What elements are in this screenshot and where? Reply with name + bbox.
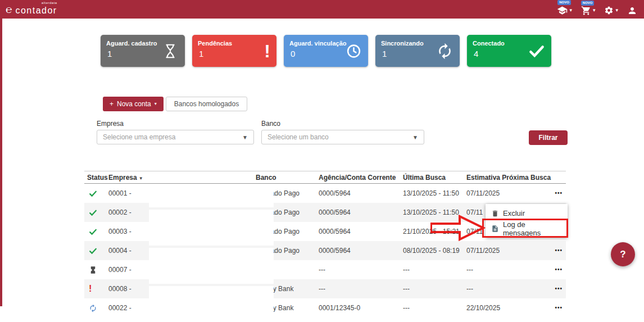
- redacted-area: [149, 191, 274, 207]
- app-header: ℮ alterdata contador NOVO▾NOVO▾▾: [0, 0, 644, 19]
- cell-agencia-conta: ---: [319, 266, 403, 274]
- column-header-banco[interactable]: Banco: [256, 174, 319, 182]
- column-header-empresa[interactable]: Empresa▼: [108, 174, 256, 182]
- chevron-down-icon: ▾: [615, 8, 618, 13]
- row-menu-button[interactable]: •••: [549, 248, 566, 253]
- cell-agencia-conta: 0000/5964: [319, 189, 403, 197]
- table-row[interactable]: 00001 -Mercado Pago0000/596413/10/2025 -…: [84, 184, 566, 203]
- empresa-placeholder: Selecione uma empresa: [103, 133, 175, 141]
- sync-icon: [436, 42, 453, 60]
- status-connected-icon: [84, 189, 108, 198]
- cell-estimativa-proxima-busca: 22/10/2025: [466, 304, 549, 312]
- redacted-area: [149, 267, 274, 284]
- status-connected-icon: [84, 208, 108, 217]
- exclamation-icon: !: [264, 43, 270, 59]
- cell-ultima-busca: 08/10/2025 - 08:19: [403, 247, 466, 255]
- cell-ultima-busca: 13/10/2025 - 11:50: [403, 208, 466, 216]
- settings-menu[interactable]: ▾: [604, 3, 618, 15]
- cart-icon: [581, 6, 591, 16]
- column-header-estimativa-pr-xima-busca[interactable]: Estimativa Próxima Busca: [466, 174, 549, 182]
- column-header--ltima-busca[interactable]: Última Busca: [403, 174, 466, 182]
- sort-desc-icon: ▼: [139, 176, 143, 181]
- status-cards: Aguard. cadastro1Pendências1!Aguard. vin…: [101, 35, 551, 67]
- cell-ultima-busca: 21/10/2025 - 15:21: [403, 228, 466, 235]
- row-menu-button[interactable]: •••: [549, 267, 566, 273]
- cell-ultima-busca: ---: [403, 304, 466, 312]
- redacted-area: [149, 286, 274, 303]
- ellipsis-icon: •••: [555, 305, 563, 311]
- chevron-down-icon: ▾: [593, 8, 596, 13]
- plus-icon: +: [110, 100, 114, 108]
- empresa-select[interactable]: Selecione uma empresa ▼: [97, 130, 254, 144]
- header-icons: NOVO▾NOVO▾▾: [557, 3, 637, 16]
- app-logo[interactable]: ℮ alterdata contador: [6, 3, 57, 16]
- cell-agencia-conta: 0001/12345-0: [319, 304, 403, 312]
- empresa-label: Empresa: [97, 120, 254, 128]
- cell-ultima-busca: 13/10/2025 - 11:50: [403, 189, 466, 197]
- logo-superscript: alterdata: [42, 1, 57, 4]
- user-icon: [627, 6, 637, 16]
- column-header-status[interactable]: Status: [84, 174, 108, 182]
- chevron-down-icon: ▾: [569, 8, 572, 13]
- ellipsis-icon: •••: [555, 248, 563, 253]
- cell-ultima-busca: ---: [403, 266, 466, 274]
- row-menu-button[interactable]: •••: [549, 286, 566, 292]
- select-caret-icon: ▼: [412, 134, 418, 140]
- redacted-area: [149, 229, 274, 246]
- cell-estimativa-proxima-busca: ---: [466, 285, 549, 293]
- filter-button[interactable]: Filtrar: [529, 130, 568, 145]
- check-icon: [528, 43, 545, 60]
- document-icon: [491, 225, 499, 233]
- status-card-check[interactable]: Conectado4: [467, 35, 551, 67]
- row-menu-button[interactable]: •••: [549, 191, 566, 196]
- row-context-menu: ExcluirLog de mensagens: [486, 204, 568, 238]
- novo-badge: NOVO: [557, 0, 571, 5]
- status-card-sync[interactable]: Sincronizando1: [375, 35, 460, 67]
- status-card-hourglass[interactable]: Aguard. cadastro1: [101, 35, 185, 67]
- trash-icon: [491, 210, 499, 217]
- brand-icon: ℮: [6, 4, 12, 15]
- row-menu-button[interactable]: •••: [549, 305, 566, 311]
- chevron-down-icon: ▾: [155, 102, 157, 106]
- cell-empresa: 00007 -: [108, 266, 256, 274]
- gear-icon: [604, 6, 614, 15]
- cell-empresa: 00022 -: [108, 304, 256, 312]
- status-card-clock[interactable]: Aguard. vinculação0: [284, 35, 368, 67]
- academy-icon: [557, 5, 568, 16]
- banco-label: Banco: [261, 120, 424, 128]
- menu-item-excluir[interactable]: Excluir: [486, 206, 568, 221]
- cell-empresa: 00004 -: [108, 247, 256, 255]
- accounts-table: StatusEmpresa▼BancoAgência/Conta Corrent…: [84, 171, 566, 318]
- user-menu[interactable]: [627, 3, 637, 16]
- ellipsis-icon: •••: [555, 191, 563, 196]
- status-syncing-icon: [84, 304, 108, 312]
- novo-badge: NOVO: [581, 1, 595, 6]
- new-account-button[interactable]: + Nova conta ▾: [103, 97, 164, 111]
- cell-agencia-conta: 0000/5964: [319, 247, 403, 255]
- menu-item-log-de-mensagens[interactable]: Log de mensagens: [486, 221, 568, 236]
- status-pending-icon: !: [84, 285, 108, 293]
- academy-menu[interactable]: NOVO▾: [557, 3, 572, 16]
- card-value: 1: [199, 49, 271, 58]
- ellipsis-icon: •••: [555, 286, 563, 292]
- cell-empresa: 00002 -: [108, 208, 256, 216]
- cell-ultima-busca: ---: [403, 285, 466, 293]
- approved-banks-button[interactable]: Bancos homologados: [166, 97, 247, 111]
- cell-empresa: 00003 -: [108, 228, 256, 235]
- help-button[interactable]: ?: [611, 242, 635, 266]
- cart-menu[interactable]: NOVO▾: [581, 3, 596, 16]
- banco-filter-group: Banco Selecione um banco ▼: [261, 120, 424, 144]
- status-connected-icon: [84, 228, 108, 236]
- redacted-area: [149, 305, 274, 322]
- redacted-area: [149, 248, 274, 265]
- redacted-area: [149, 210, 274, 226]
- card-label: Pendências: [198, 40, 271, 47]
- column-header-ag-ncia-conta-corrente[interactable]: Agência/Conta Corrente: [319, 174, 403, 182]
- banco-select[interactable]: Selecione um banco ▼: [261, 130, 424, 144]
- logo-brand-text: contador: [15, 6, 57, 15]
- status-card-exclamation[interactable]: Pendências1!: [192, 35, 276, 67]
- cell-estimativa-proxima-busca: 07/11/2025: [466, 189, 549, 197]
- cell-empresa: 00001 -: [108, 189, 256, 197]
- cell-empresa: 00008 -: [108, 285, 256, 293]
- cell-estimativa-proxima-busca: 07/11/2025: [466, 247, 549, 255]
